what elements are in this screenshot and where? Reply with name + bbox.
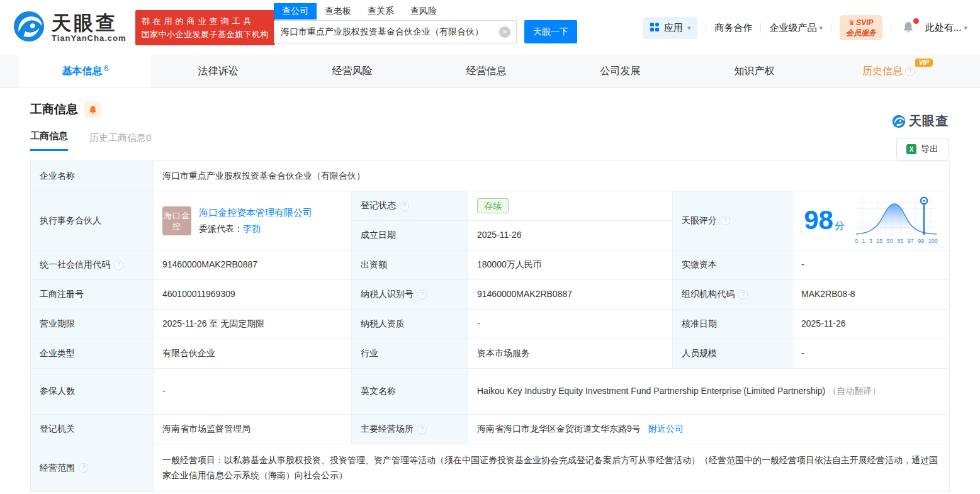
paid-capital-label: 实缴资本 [673,250,792,280]
reg-status-label: 登记状态? [352,191,468,221]
search-button[interactable]: 天眼一下 [524,20,577,43]
help-icon[interactable]: ? [721,216,730,225]
business-info-table: 企业名称 海口市重点产业股权投资基金合伙企业（有限合伙） 执行事务合伙人 海口金… [30,160,950,492]
table-row: 执行事务合伙人 海口金控 海口金控资本管理有限公司 委派代表：李勃 登记状态? … [31,191,950,221]
tab-company-development[interactable]: 公司发展 [553,55,687,87]
nav-cooperation[interactable]: 商务合作 [714,22,752,34]
nearby-companies-link[interactable]: 附近公司 [648,424,684,434]
watermark-text: 天眼查 [909,113,949,130]
score-unit: 分 [835,218,845,234]
slogan-line2: 国家中小企业发展子基金旗下机构 [142,28,269,41]
export-label: 导出 [921,143,938,155]
nav-enterprise-products[interactable]: 企业级产品 ▾ [769,22,823,34]
tab-legal[interactable]: 法律诉讼 [151,55,285,87]
partner-company-link[interactable]: 海口金控资本管理有限公司 [199,207,312,218]
paid-capital-value: - [792,250,950,280]
table-row: 企业名称 海口市重点产业股权投资基金合伙企业（有限合伙） [31,161,950,191]
excel-icon: X [906,144,916,154]
table-row: 工商注册号 460100011969309 纳税人识别号? 91460000MA… [31,280,950,310]
svip-sublabel: 会员服务 [846,28,876,38]
tab-basic-info[interactable]: 基本信息 6 [19,55,151,87]
rep-name-link[interactable]: 李勃 [243,223,261,233]
tab-business-info[interactable]: 经营信息 [419,55,553,87]
tab-intellectual-property[interactable]: 知识产权 [687,55,821,87]
table-row: 营业期限 2025-11-26 至 无固定期限 纳税人资质 - 核准日期 202… [31,310,950,339]
auto-translate-note: （自动翻译） [828,386,881,396]
insured-count-label: 参保人数 [31,369,154,415]
apps-menu[interactable]: 应用 ▾ [643,17,698,39]
search-input[interactable] [274,20,517,43]
staff-size-label: 人员规模 [673,339,792,369]
notifications-button[interactable] [899,21,917,35]
reg-number-value: 460100011969309 [154,280,352,310]
search-tabs: 查公司 查老板 查关系 查风险 [274,3,577,20]
chart-axis-ticks: 0131550859799100 [855,237,938,246]
divider [760,23,761,33]
capital-value: 180000万人民币 [468,250,673,280]
tab-basic-info-count: 6 [104,64,108,73]
reg-status-value: 存续 [468,191,673,221]
company-type-label: 企业类型 [31,339,154,369]
established-date-label: 成立日期 [352,221,468,250]
tab-intellectual-property-label: 知识产权 [735,65,775,78]
address-text: 海南省海口市龙华区金贸街道文华东路9号 [477,424,641,434]
header-nav: 应用 ▾ 商务合作 企业级产品 ▾ ♛SVIP 会员服务 此处有... ▾ [643,15,967,40]
reg-authority-label: 登记机关 [31,415,154,444]
subtab-history-label: 历史工商信息 [89,132,146,143]
partner-logo[interactable]: 海口金控 [162,206,191,235]
search-tab-risk[interactable]: 查风险 [402,3,445,20]
approval-date-value: 2025-11-26 [792,310,950,339]
search-tab-relation[interactable]: 查关系 [359,3,402,20]
search-tab-boss[interactable]: 查老板 [317,3,359,20]
help-icon[interactable]: ? [417,290,427,300]
nav-enterprise-label: 企业级产品 [769,22,816,34]
help-icon[interactable]: ? [905,67,915,76]
company-name-label: 企业名称 [31,161,154,191]
search-tab-company[interactable]: 查公司 [274,3,317,20]
monitor-bell-button[interactable] [84,101,101,118]
company-type-value: 有限合伙企业 [154,339,352,369]
divider [831,23,831,33]
business-scope-label-text: 经营范围 [40,461,75,475]
established-date-value: 2025-11-26 [468,221,673,250]
score-label: 天眼评分? [673,191,792,250]
tianyancha-swirl-icon [13,10,45,45]
company-tabbar: 基本信息 6 法律诉讼 经营风险 经营信息 公司发展 知识产权 VIP 历史信息… [0,55,980,88]
help-icon[interactable]: ? [79,463,88,473]
subtab-history-count: 0 [146,132,151,143]
bell-icon [88,105,98,115]
english-name-label: 英文名称 [352,369,468,415]
tab-operating-risk[interactable]: 经营风险 [285,55,419,87]
subtab-business-info[interactable]: 工商信息 [30,130,68,151]
help-icon[interactable]: ? [417,425,427,434]
slogan-banner: 都在用的商业查询工具 国家中小企业发展子基金旗下机构 [135,10,276,45]
capital-label: 出资额 [352,250,468,280]
account-menu[interactable]: 此处有... ▾ [925,22,967,34]
help-icon[interactable]: ? [400,201,409,211]
tab-legal-label: 法律诉讼 [198,65,239,78]
industry-value: 资本市场服务 [468,339,673,369]
org-code-value: MAK2RB08-8 [792,280,950,310]
section-title: 工商信息 [30,101,78,118]
account-label: 此处有... [925,22,962,34]
subtab-history-business-info[interactable]: 历史工商信息0 [89,132,151,151]
tab-history-info[interactable]: VIP 历史信息 ? [821,55,955,87]
svip-member-button[interactable]: ♛SVIP 会员服务 [840,15,882,40]
business-scope-label: 经营范围? [31,444,154,492]
export-button[interactable]: X 导出 [896,138,949,160]
business-info-section: 工商信息 天眼查 工商信息 历史工商信息0 X 导出 [0,101,980,492]
org-code-label: 组织机构代码? [673,280,792,310]
taxpayer-id-value: 91460000MAK2RB0887 [468,280,673,310]
help-icon[interactable]: ? [114,261,123,270]
svip-label: SVIP [856,18,873,27]
help-icon[interactable]: ? [738,290,748,300]
tianyancha-logo[interactable]: 天眼查 TianYanCha.com [13,10,127,45]
business-term-label: 营业期限 [31,310,154,339]
tab-business-info-label: 经营信息 [466,65,507,78]
vip-badge: VIP [915,59,933,67]
executive-partner-cell: 海口金控 海口金控资本管理有限公司 委派代表：李勃 [154,191,352,250]
apps-label: 应用 [664,22,683,34]
divider [706,23,706,33]
chevron-down-icon: ▾ [964,24,967,32]
score-label-text: 天眼评分 [682,213,717,228]
